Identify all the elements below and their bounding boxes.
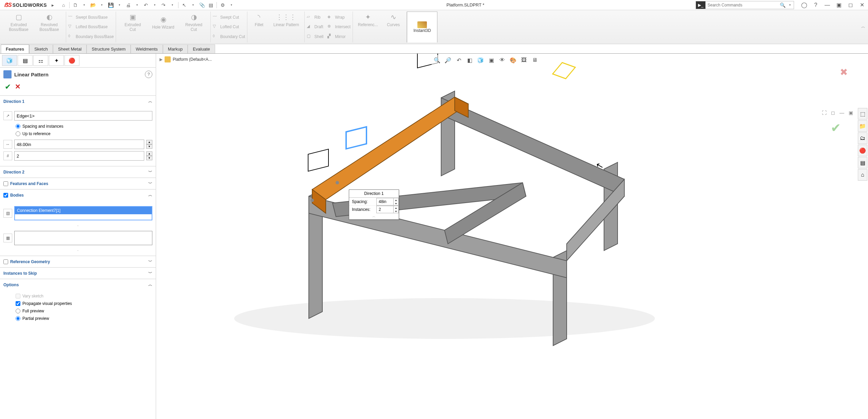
faces-selection-list[interactable] (14, 231, 152, 245)
search-dropdown-icon[interactable]: ▾ (786, 1, 794, 9)
cancel-button[interactable]: ✕ (15, 83, 21, 91)
features-faces-header[interactable]: Features and Faces﹀ (0, 178, 156, 189)
instances-input[interactable] (14, 151, 144, 161)
bodies-checkbox[interactable] (3, 193, 8, 198)
user-icon[interactable]: ◯ (800, 1, 808, 9)
bodies-header[interactable]: Bodies︿ (0, 189, 156, 201)
callout-instances-spinner[interactable]: ▲▼ (393, 206, 399, 213)
task-file-explorer-icon[interactable]: 🗂 (858, 132, 867, 144)
tab-structure-system[interactable]: Structure System (87, 44, 131, 53)
confirm-corner-check-icon[interactable]: ✔ (831, 121, 841, 135)
configuration-tab-icon[interactable]: ⚏ (33, 55, 48, 66)
search-input[interactable] (705, 3, 779, 7)
tab-sheet-metal[interactable]: Sheet Metal (53, 44, 87, 53)
dropdown-icon[interactable]: ▾ (151, 1, 158, 9)
print-icon[interactable]: 🖨 (125, 1, 132, 9)
reverse-direction-icon[interactable]: ↗ (3, 111, 12, 120)
help-icon[interactable]: ? (812, 1, 820, 9)
display-style-icon[interactable]: ▣ (487, 56, 496, 65)
restore-icon[interactable]: ▣ (835, 1, 843, 9)
dropdown-icon[interactable]: ▾ (169, 1, 176, 9)
vp-expand-icon[interactable]: ⛶ (820, 109, 828, 116)
direction1-callout[interactable]: Direction 1 Spacing: ▲▼ Instances: ▲▼ ︿ (349, 189, 399, 220)
maximize-icon[interactable]: ◻ (846, 1, 854, 9)
view-orientation-icon[interactable]: 🧊 (476, 56, 485, 65)
options-gear-icon[interactable]: ⚙ (219, 1, 226, 9)
ok-button[interactable]: ✔ (5, 83, 11, 91)
tab-sketch[interactable]: Sketch (29, 44, 53, 53)
up-to-reference-radio[interactable]: Up to reference (3, 130, 152, 138)
dropdown-icon[interactable]: ▾ (228, 1, 235, 9)
save-icon[interactable]: 💾 (107, 1, 114, 9)
ref-geom-header[interactable]: Reference Geometry﹀ (0, 256, 156, 267)
callout-spacing-input[interactable] (376, 198, 393, 205)
select-icon[interactable]: ↖ (181, 1, 188, 9)
partial-preview-radio-input[interactable] (16, 316, 20, 321)
section-view-icon[interactable]: ◧ (465, 56, 474, 65)
vp-window-icon[interactable]: ◻ (829, 109, 837, 116)
partial-preview-radio[interactable]: Partial preview (3, 315, 152, 322)
menu-flyout-icon[interactable]: ▸ (49, 1, 56, 9)
direction2-header[interactable]: Direction 2﹀ (0, 166, 156, 178)
search-commands-box[interactable]: ▶_ 🔍 ▾ (696, 1, 794, 9)
features-faces-checkbox[interactable] (3, 181, 8, 186)
rebuild-icon[interactable]: ▤ (207, 1, 214, 9)
close-icon[interactable]: ✕ (858, 1, 866, 9)
dropdown-icon[interactable]: ▾ (116, 1, 123, 9)
spacing-instances-radio[interactable]: Spacing and instances (3, 123, 152, 130)
spacing-input[interactable] (14, 140, 144, 149)
home-icon[interactable]: ⌂ (60, 1, 67, 9)
task-forum-icon[interactable]: ⌂ (858, 169, 867, 181)
task-appearances-icon[interactable]: 🔴 (858, 145, 867, 156)
confirm-x-icon[interactable]: ✖ (840, 67, 848, 78)
pm-help-icon[interactable]: ? (145, 71, 152, 78)
dropdown-icon[interactable]: ▾ (133, 1, 141, 9)
search-icon[interactable]: 🔍 (779, 1, 786, 9)
task-custom-props-icon[interactable]: ▤ (858, 157, 867, 168)
full-preview-radio-input[interactable] (16, 309, 20, 313)
propagate-checkbox[interactable] (16, 301, 20, 306)
callout-instances-input[interactable] (376, 206, 393, 213)
spacing-instances-radio-input[interactable] (16, 124, 20, 129)
vp-minimize-icon[interactable]: — (838, 109, 846, 116)
callout-collapse-icon[interactable]: ︿ (349, 213, 399, 219)
apply-scene-icon[interactable]: 🖼 (519, 56, 529, 65)
tab-markup[interactable]: Markup (163, 44, 188, 53)
edit-appearance-icon[interactable]: 🎨 (508, 56, 518, 65)
open-doc-icon[interactable]: 📂 (89, 1, 97, 9)
direction1-header[interactable]: Direction 1︿ (0, 96, 156, 107)
dropdown-icon[interactable]: ▾ (98, 1, 106, 9)
dropdown-icon[interactable]: ▾ (80, 1, 88, 9)
options-header[interactable]: Options︿ (0, 279, 156, 290)
task-design-library-icon[interactable]: 📁 (858, 120, 867, 132)
zoom-fit-icon[interactable]: 🔍 (432, 56, 442, 65)
hide-show-icon[interactable]: 👁 (497, 56, 507, 65)
bodies-selection-list[interactable]: Connection Element7[1] (14, 206, 152, 220)
redo-icon[interactable]: ↷ (160, 1, 167, 9)
graphics-viewport[interactable]: ▶ Platform (Default<A... (156, 54, 868, 419)
full-preview-radio[interactable]: Full preview (3, 307, 152, 315)
dimxpert-tab-icon[interactable]: ✦ (49, 55, 64, 66)
direction1-selection-input[interactable] (14, 111, 152, 121)
task-resources-icon[interactable]: ⬚ (858, 108, 867, 120)
view-settings-icon[interactable]: 🖥 (530, 56, 540, 65)
tab-evaluate[interactable]: Evaluate (188, 44, 215, 53)
ref-geom-checkbox[interactable] (3, 259, 8, 264)
property-manager-tab-icon[interactable]: ▤ (18, 55, 33, 66)
skip-header[interactable]: Instances to Skip﹀ (0, 268, 156, 279)
instant3d-button[interactable]: Instant3D (407, 12, 437, 42)
up-to-reference-radio-input[interactable] (16, 131, 20, 136)
attach-icon[interactable]: 📎 (198, 1, 206, 9)
tab-weldments[interactable]: Weldments (131, 44, 163, 53)
selected-body-item[interactable]: Connection Element7[1] (15, 207, 152, 214)
zoom-area-icon[interactable]: 🔎 (443, 56, 453, 65)
callout-spacing-spinner[interactable]: ▲▼ (393, 198, 399, 205)
vp-restore-icon[interactable]: ▣ (847, 109, 854, 116)
display-tab-icon[interactable]: 🔴 (64, 55, 79, 66)
new-doc-icon[interactable]: 🗋 (72, 1, 79, 9)
dropdown-icon[interactable]: ▾ (189, 1, 197, 9)
tab-features[interactable]: Features (1, 44, 29, 53)
instances-spinner[interactable]: ▲▼ (146, 151, 152, 160)
undo-icon[interactable]: ↶ (142, 1, 150, 9)
spacing-spinner[interactable]: ▲▼ (146, 140, 152, 149)
